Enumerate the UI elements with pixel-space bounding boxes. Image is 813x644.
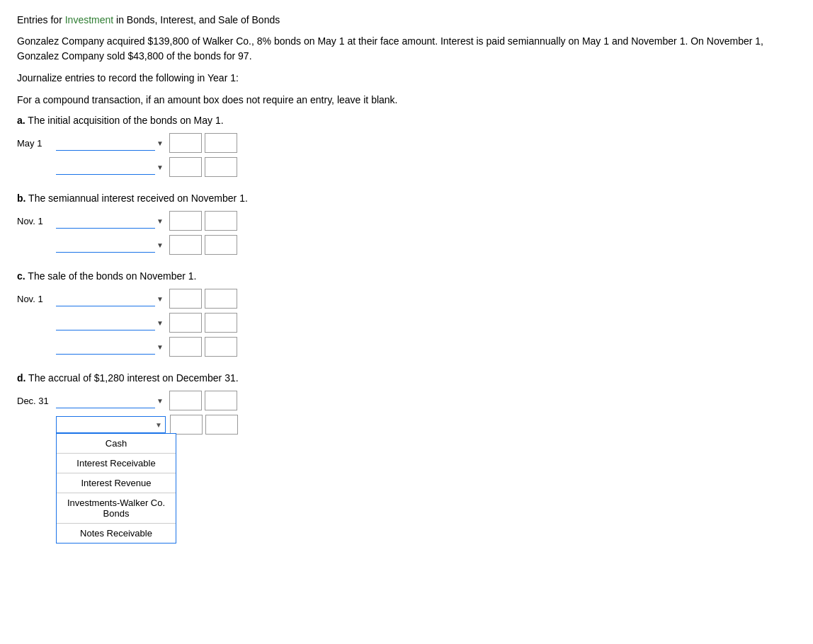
section-d-credit2[interactable] [205,415,238,435]
section-a-row1: May 1 ▼ [17,133,796,153]
option-interest-receivable[interactable]: Interest Receivable [57,454,176,473]
section-b-debit1[interactable] [169,211,202,231]
section-b-dropdown1: ▼ [56,213,169,229]
section-a-debit2[interactable] [169,157,202,177]
section-b: b. The semiannual interest received on N… [17,192,796,255]
section-a-label: a. The initial acquisition of the bonds … [17,115,796,126]
section-b-account2-line[interactable] [56,237,155,253]
section-d-description: The accrual of $1,280 interest on Decemb… [28,372,239,384]
section-a-arrow2[interactable]: ▼ [155,159,165,175]
section-d-account1-line[interactable] [56,393,155,408]
section-c-row1: Nov. 1 ▼ [17,289,796,309]
section-a-credit1[interactable] [205,133,237,153]
section-c-row3: ▼ [56,337,796,357]
section-b-arrow1[interactable]: ▼ [155,213,165,229]
section-d: d. The accrual of $1,280 interest on Dec… [17,372,796,435]
section-d-label: d. The accrual of $1,280 interest on Dec… [17,372,796,384]
section-d-row1: Dec. 31 ▼ [17,391,796,410]
option-notes-receivable[interactable]: Notes Receivable [57,524,176,543]
section-a-credit2[interactable] [205,157,237,177]
option-cash[interactable]: Cash [57,434,176,454]
section-c: c. The sale of the bonds on November 1. … [17,270,796,357]
section-b-dropdown2: ▼ [56,237,169,253]
option-investments-walker[interactable]: Investments-Walker Co. Bonds [57,493,176,524]
section-d-credit1[interactable] [205,391,237,410]
section-d-dropdown-menu: Cash Interest Receivable Interest Revenu… [56,433,176,544]
section-c-debit1[interactable] [169,289,202,309]
date-d: Dec. 31 [17,396,56,406]
section-c-account3-line[interactable] [56,339,155,355]
section-d-dropdown1: ▼ [56,393,169,408]
title-prefix: Entries for [17,14,65,25]
section-b-label: b. The semiannual interest received on N… [17,192,796,204]
section-c-label: c. The sale of the bonds on November 1. [17,270,796,282]
section-d-row2: ▼ Cash Interest Receivable Interest Reve… [56,415,796,435]
page-title: Entries for Investment in Bonds, Interes… [17,14,796,25]
section-a-account2-line[interactable] [56,159,155,175]
section-c-description: The sale of the bonds on November 1. [28,270,196,282]
section-d-debit2[interactable] [170,415,203,435]
section-c-credit1[interactable] [205,289,237,309]
section-c-arrow2[interactable]: ▼ [155,315,165,330]
option-interest-revenue[interactable]: Interest Revenue [57,473,176,493]
section-a-account1-line[interactable] [56,135,155,151]
section-c-dropdown2: ▼ [56,315,169,330]
section-d-debit1[interactable] [169,391,202,410]
section-c-dropdown1: ▼ [56,291,169,306]
section-b-row1: Nov. 1 ▼ [17,211,796,231]
section-c-debit3[interactable] [169,337,202,357]
date-c: Nov. 1 [17,294,56,304]
paragraph-3: For a compound transaction, if an amount… [17,93,796,108]
title-highlight: Investment [65,14,113,25]
section-a-arrow1[interactable]: ▼ [155,135,165,151]
section-d-active-dropdown: ▼ Cash Interest Receivable Interest Reve… [56,416,166,433]
section-b-row2: ▼ [56,235,796,255]
section-a-dropdown2: ▼ [56,159,169,175]
section-c-account2-line[interactable] [56,315,155,330]
chevron-down-icon: ▼ [155,421,162,429]
section-c-account1-line[interactable] [56,291,155,306]
section-a-debit1[interactable] [169,133,202,153]
paragraph-1: Gonzalez Company acquired $139,800 of Wa… [17,34,796,64]
section-a-dropdown1: ▼ [56,135,169,151]
section-b-arrow2[interactable]: ▼ [155,237,165,253]
section-d-arrow1[interactable]: ▼ [155,393,165,408]
section-c-row2: ▼ [56,313,796,333]
date-a: May 1 [17,138,56,149]
section-b-credit2[interactable] [205,235,237,255]
section-b-credit1[interactable] [205,211,237,231]
section-b-description: The semiannual interest received on Nove… [28,192,248,204]
date-b: Nov. 1 [17,216,56,226]
section-c-dropdown3: ▼ [56,339,169,355]
section-a-row2: ▼ [56,157,796,177]
section-d-select-box[interactable]: ▼ [56,416,166,433]
paragraph-2: Journalize entries to record the followi… [17,71,796,86]
section-b-account1-line[interactable] [56,213,155,229]
section-c-debit2[interactable] [169,313,202,333]
section-a: a. The initial acquisition of the bonds … [17,115,796,177]
title-suffix: in Bonds, Interest, and Sale of Bonds [113,14,280,25]
section-b-debit2[interactable] [169,235,202,255]
section-a-description: The initial acquisition of the bonds on … [28,115,223,126]
section-c-credit2[interactable] [205,313,237,333]
section-c-arrow1[interactable]: ▼ [155,291,165,306]
section-c-credit3[interactable] [205,337,237,357]
section-c-arrow3[interactable]: ▼ [155,339,165,355]
